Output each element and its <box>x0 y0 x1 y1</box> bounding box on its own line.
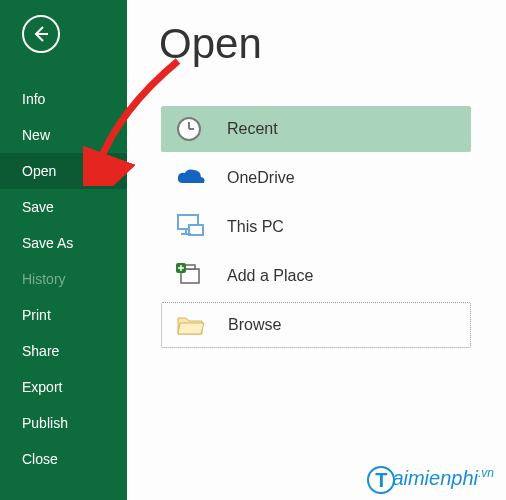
sidebar-item-info[interactable]: Info <box>0 81 127 117</box>
open-item-label: Browse <box>228 316 281 334</box>
open-item-label: OneDrive <box>227 169 295 187</box>
sidebar-item-label: New <box>22 127 50 143</box>
sidebar-item-label: Print <box>22 307 51 323</box>
pc-icon <box>175 213 211 241</box>
backstage-sidebar: Info New Open Save Save As History Print… <box>0 0 127 500</box>
onedrive-icon <box>175 167 211 189</box>
main-panel: Open Recent OneDrive This PC Add a Place… <box>127 0 506 500</box>
back-button[interactable] <box>22 15 60 53</box>
sidebar-item-publish[interactable]: Publish <box>0 405 127 441</box>
back-arrow-icon <box>31 24 51 44</box>
sidebar-item-export[interactable]: Export <box>0 369 127 405</box>
open-item-label: This PC <box>227 218 284 236</box>
open-item-onedrive[interactable]: OneDrive <box>161 155 471 201</box>
page-title: Open <box>159 20 506 68</box>
open-item-add-place[interactable]: Add a Place <box>161 253 471 299</box>
sidebar-item-print[interactable]: Print <box>0 297 127 333</box>
sidebar-item-label: History <box>22 271 66 287</box>
svg-rect-5 <box>189 225 203 235</box>
folder-icon <box>176 313 212 337</box>
sidebar-item-history: History <box>0 261 127 297</box>
sidebar-item-label: Save <box>22 199 54 215</box>
clock-icon <box>175 115 211 143</box>
sidebar-item-share[interactable]: Share <box>0 333 127 369</box>
open-item-label: Recent <box>227 120 278 138</box>
sidebar-item-new[interactable]: New <box>0 117 127 153</box>
sidebar-item-label: Close <box>22 451 58 467</box>
sidebar-item-label: Save As <box>22 235 73 251</box>
sidebar-item-save[interactable]: Save <box>0 189 127 225</box>
svg-rect-9 <box>185 265 195 269</box>
sidebar-item-label: Share <box>22 343 59 359</box>
sidebar-item-label: Info <box>22 91 45 107</box>
open-item-label: Add a Place <box>227 267 313 285</box>
open-item-browse[interactable]: Browse <box>161 302 471 348</box>
sidebar-item-label: Publish <box>22 415 68 431</box>
sidebar-item-save-as[interactable]: Save As <box>0 225 127 261</box>
open-item-this-pc[interactable]: This PC <box>161 204 471 250</box>
sidebar-item-open[interactable]: Open <box>0 153 127 189</box>
add-place-icon <box>175 261 211 291</box>
open-item-recent[interactable]: Recent <box>161 106 471 152</box>
sidebar-item-close[interactable]: Close <box>0 441 127 477</box>
sidebar-item-label: Export <box>22 379 62 395</box>
sidebar-item-label: Open <box>22 163 56 179</box>
